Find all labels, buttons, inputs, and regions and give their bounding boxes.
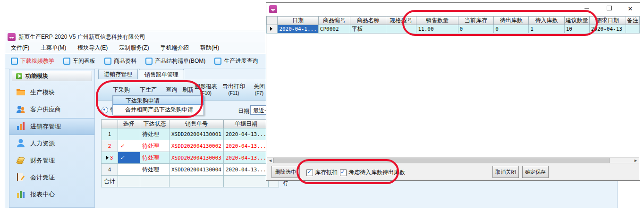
sidebar-folder-icon <box>16 87 26 98</box>
sidebar-item-label: 进销存管理 <box>30 122 61 131</box>
minimize-button[interactable] <box>580 5 593 13</box>
order-no-cell: XSDD202004130001 <box>169 128 224 140</box>
menubar-item-5[interactable]: 帮助(H) <box>200 44 220 52</box>
toolbar-button-label: 下生产 <box>140 86 157 93</box>
sidebar-header-label: 功能模块 <box>25 72 48 80</box>
sidebar-item-6[interactable]: 报表中心 <box>9 186 94 203</box>
toolbar-button-6[interactable]: 关闭(F7) <box>254 83 265 96</box>
tab-1[interactable]: 销售跟单管理 <box>139 69 184 80</box>
dialog-cell-1[interactable]: CP0002 <box>318 25 350 34</box>
dialog-cell-0[interactable]: 2020-04-1... <box>278 25 318 34</box>
toolbar-button-4[interactable]: 图形报表(F10) <box>195 83 217 96</box>
total-cell <box>223 176 268 187</box>
dialog-cell-8[interactable]: 10 <box>564 25 589 34</box>
quick-link-4[interactable]: 生产进度查询 <box>214 57 258 65</box>
sidebar-item-7[interactable]: 协同办公 <box>9 203 94 208</box>
dialog-cell-6[interactable]: 0 <box>494 25 529 34</box>
dialog-row-pointer-cell <box>267 25 278 34</box>
menubar-item-4[interactable]: 手机端介绍 <box>161 44 189 52</box>
quick-link-label: 商品资料 <box>114 57 136 65</box>
menubar-item-1[interactable]: 主菜单(M) <box>41 44 66 52</box>
sidebar-item-label: 客户供应商 <box>30 105 61 114</box>
orders-column-header <box>102 120 118 128</box>
order-no-cell: XSDD202004130003 <box>169 152 224 164</box>
dialog-logo-icon <box>269 5 277 13</box>
checkbox-checked-icon <box>306 169 313 176</box>
confirm-save-button[interactable]: 确定保存 <box>522 166 549 178</box>
quick-link-icon <box>11 58 18 65</box>
toolbar-button-2[interactable]: 查询 <box>166 86 177 94</box>
order-row-4[interactable]: 4待处理XSDD2020041300042020-04-13...K1 <box>102 164 279 176</box>
sidebar-report-chart-icon <box>16 189 26 200</box>
stock-deduct-checkbox[interactable]: 库存抵扣 <box>306 169 338 177</box>
order-no-cell: XSDD202004130002 <box>169 140 224 152</box>
dialog-cell-5[interactable]: 0 <box>458 25 494 34</box>
consider-pending-checkbox[interactable]: 考虑待入库数待出库数 <box>340 169 405 177</box>
quick-link-0[interactable]: 下载视频教学 <box>11 57 54 65</box>
select-checkbox-cell[interactable]: ✓ <box>118 152 140 164</box>
order-row-2[interactable]: 2✓待处理XSDD2020041300022020-04-13...K1 <box>102 140 279 152</box>
sidebar-item-5[interactable]: 会计凭证 <box>9 169 94 186</box>
toolbar-button-5[interactable]: 导出打印(F11) <box>222 83 245 96</box>
consider-pending-label: 考虑待入库数待出库数 <box>348 169 405 177</box>
order-row-1[interactable]: 1待处理XSDD2020041300012020-04-13...K1 <box>102 128 279 140</box>
total-cell <box>169 176 224 187</box>
toolbar-button-3[interactable]: 刷新 <box>182 86 194 94</box>
toolbar-button-1[interactable]: 下生产 <box>140 86 157 94</box>
sidebar-item-3[interactable]: 人力资源 <box>9 135 94 152</box>
modules-play-icon <box>16 73 22 79</box>
suggestion-row[interactable]: 2020-04-1...CP0002平板11.00001102020-04-13 <box>267 25 640 34</box>
dialog-column-header: 商品名称 <box>350 17 386 25</box>
sidebar-item-label: 财务管理 <box>30 156 55 165</box>
sidebar-item-1[interactable]: 客户供应商 <box>9 101 94 118</box>
sidebar-item-4[interactable]: 财务管理 <box>9 152 94 169</box>
toolbar-button-label: 关闭 <box>254 83 265 90</box>
tab-0[interactable]: 进销存管理 <box>98 69 138 79</box>
dialog-cell-3[interactable] <box>386 25 416 34</box>
quick-link-label: 车间看板 <box>73 57 95 65</box>
dialog-column-header: 备注 <box>626 17 639 25</box>
dialog-cell-2[interactable]: 平板 <box>350 25 386 34</box>
context-menu-item-0[interactable]: 下达采购申请 <box>113 96 203 105</box>
sidebar-item-0[interactable]: 生产模块 <box>9 84 94 101</box>
dialog-cell-7[interactable]: 1 <box>529 25 565 34</box>
current-row-arrow-icon <box>270 27 272 31</box>
context-menu-item-1[interactable]: 合并相同产品下达采购申请 <box>113 105 203 115</box>
toolbar-button-label: 图形报表 <box>195 83 217 90</box>
sidebar-header: 功能模块 <box>12 71 92 81</box>
menubar-item-2[interactable]: 模块导入(E) <box>77 44 108 52</box>
toolbar-button-hotkey: (F7) <box>254 91 265 96</box>
quick-link-1[interactable]: 车间看板 <box>63 57 95 65</box>
order-date-cell: 2020-04-13... <box>223 140 268 152</box>
sidebar: 功能模块 生产模块客户供应商进销存管理人力资源财务管理会计凭证报表中心协同办公 <box>9 69 95 208</box>
quick-link-2[interactable]: 商品资料 <box>104 57 136 65</box>
sidebar-item-2[interactable]: 进销存管理 <box>9 118 94 135</box>
select-checkbox-cell[interactable] <box>118 164 140 176</box>
quick-link-icon <box>104 58 111 65</box>
cancel-close-button[interactable]: 取消关闭 <box>492 166 519 178</box>
dialog-column-header: 待出库数 <box>494 17 529 25</box>
row-number-cell: 4 <box>102 164 118 176</box>
dialog-cell-10[interactable] <box>626 25 639 34</box>
menubar-item-3[interactable]: 定制服务(Z) <box>119 44 149 52</box>
quick-link-label: 产品结构清单(BOM) <box>155 57 205 65</box>
quick-link-icon <box>214 58 221 65</box>
sidebar-calendar-icon <box>16 206 26 208</box>
dialog-cell-9[interactable]: 2020-04-13 <box>589 25 626 34</box>
maximize-button[interactable] <box>602 5 616 13</box>
close-button[interactable]: ✕ <box>624 5 637 13</box>
row-number-cell: 3 <box>102 152 118 164</box>
select-checkbox-cell[interactable] <box>118 128 140 140</box>
stock-deduct-label: 库存抵扣 <box>315 169 338 177</box>
sidebar-item-label: 会计凭证 <box>30 173 55 182</box>
quick-link-3[interactable]: 产品结构清单(BOM) <box>145 57 205 65</box>
select-checkbox-cell[interactable]: ✓ <box>118 140 140 152</box>
quick-link-icon <box>63 58 70 65</box>
menubar-item-0[interactable]: 文件(F) <box>11 44 29 52</box>
delete-selected-row-button[interactable]: 删除选中行 <box>271 166 300 178</box>
order-row-3[interactable]: 3✓待处理XSDD2020041300032020-04-13...K1 <box>102 152 279 164</box>
toolbar-button-0[interactable]: 下采购 <box>113 86 130 94</box>
dialog-cell-4[interactable]: 11.00 <box>416 25 458 34</box>
sidebar-hr-person-icon <box>16 138 26 149</box>
total-cell <box>118 176 140 187</box>
